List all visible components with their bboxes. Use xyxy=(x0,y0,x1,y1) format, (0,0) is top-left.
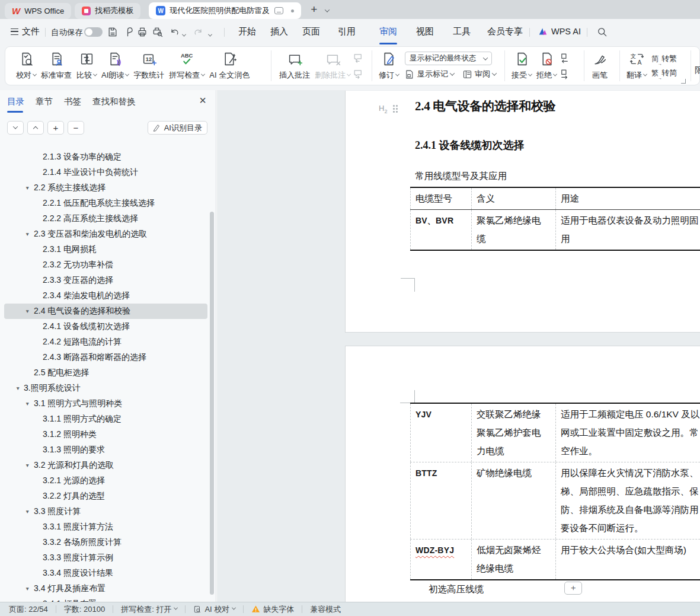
status-page[interactable]: 页面: 22/54 xyxy=(9,604,48,615)
save-icon[interactable] xyxy=(107,26,119,38)
spell-check-button[interactable]: ABC 拼写检查 xyxy=(167,51,207,81)
accept-button[interactable]: 接受 xyxy=(509,51,534,81)
collapse-triangle-icon[interactable]: ▼ xyxy=(25,462,30,468)
toc-item[interactable]: ▼3.1 照明方式与照明种类 xyxy=(0,396,207,411)
status-spellcheck[interactable]: 拼写检查: 打开 xyxy=(121,604,177,615)
menu-file[interactable]: 文件 xyxy=(22,26,40,37)
outline-expand-button[interactable]: + xyxy=(47,121,64,135)
translate-button[interactable]: 文A 翻译 xyxy=(624,51,649,81)
toc-item[interactable]: ▼2.4 电气设备的选择和校验 xyxy=(0,304,207,319)
toc-item[interactable]: 3.2.2 灯具的选型 xyxy=(0,489,207,504)
traditional-to-simplified-button[interactable]: 繁 转简 xyxy=(651,67,677,79)
toc-item[interactable]: 3.1.1 照明方式的确定 xyxy=(0,411,207,427)
undo-chevron-icon[interactable] xyxy=(183,30,186,39)
toc-item[interactable]: 3.1.2 照明种类 xyxy=(0,427,207,442)
document-page-1[interactable]: H2 2.4 电气设备的选择和校验 2.4.1 设备线缆初次选择 常用线缆型号及… xyxy=(345,91,700,333)
redo-history-chevron-icon[interactable] xyxy=(209,30,212,39)
brush-button[interactable]: 画笔 xyxy=(590,51,610,81)
menu-插入[interactable]: 插入 xyxy=(270,26,288,37)
toc-item[interactable]: ▼3.4 灯具及插座布置 xyxy=(0,581,207,596)
status-words[interactable]: 字数: 20100 xyxy=(64,604,105,615)
toc-item[interactable]: ▼2.3 变压器和柴油发电机的选取 xyxy=(0,226,207,242)
proofread-button[interactable]: 校对 xyxy=(14,51,39,81)
tab-docer-templates[interactable]: 找稻壳模板 xyxy=(75,3,140,19)
toc-item[interactable]: 2.4.2 短路电流的计算 xyxy=(0,334,207,350)
toc-item[interactable]: 2.3.1 电网损耗 xyxy=(0,242,207,257)
sidebar-scrollbar[interactable] xyxy=(210,212,214,595)
markup-state-dropdown[interactable]: 显示标记的最终状态 xyxy=(405,52,492,65)
search-icon[interactable] xyxy=(596,26,608,38)
collapse-triangle-icon[interactable]: ▼ xyxy=(15,385,20,391)
toc-item[interactable]: 3.3.4 照度设计结果 xyxy=(0,566,207,581)
toc-item[interactable]: 2.5 配电柜选择 xyxy=(0,365,207,381)
standard-review-button[interactable]: 标准审查 xyxy=(39,51,74,81)
toc-item[interactable]: 3.3.3 照度计算示例 xyxy=(0,550,207,566)
reject-button[interactable]: 拒绝 xyxy=(534,51,559,81)
toc-item[interactable]: 2.2.2 高压系统主接线选择 xyxy=(0,211,207,226)
toc-item[interactable]: 2.1.3 设备功率的确定 xyxy=(0,149,207,165)
collapse-triangle-icon[interactable]: ▼ xyxy=(25,231,30,237)
collapse-triangle-icon[interactable]: ▼ xyxy=(25,308,30,314)
sidebar-tab-contents[interactable]: 目录 xyxy=(7,96,24,107)
collapse-triangle-icon[interactable]: ▼ xyxy=(25,401,30,407)
toc-item[interactable]: 2.1.4 毕业设计中负荷统计 xyxy=(0,165,207,180)
show-markup-button[interactable]: 显示标记 xyxy=(405,69,454,79)
insert-row-button[interactable]: ＋ xyxy=(564,582,582,595)
outline-collapse-button[interactable]: − xyxy=(68,121,84,135)
toc-item[interactable]: 2.3.4 柴油发电机的选择 xyxy=(0,288,207,304)
toc-item[interactable]: 2.4.3 断路器和熔断器的选择 xyxy=(0,350,207,365)
menu-会员专享[interactable]: 会员专享 xyxy=(487,26,523,37)
outline-next-button[interactable] xyxy=(7,121,24,135)
collapse-triangle-icon[interactable]: ▼ xyxy=(25,509,30,515)
previous-change-icon[interactable] xyxy=(559,52,570,63)
next-change-icon[interactable] xyxy=(559,68,570,79)
restrict-edit-button[interactable]: 限 xyxy=(695,65,700,76)
hamburger-icon[interactable] xyxy=(11,28,18,35)
menu-开始[interactable]: 开始 xyxy=(238,26,256,37)
menu-引用[interactable]: 引用 xyxy=(338,26,356,37)
new-tab-button[interactable]: + xyxy=(311,3,317,16)
toc-item[interactable]: ▼3.2 光源和灯具的选取 xyxy=(0,458,207,473)
status-missing-font[interactable]: 缺失字体 xyxy=(251,604,294,615)
toc-item[interactable]: 2.4.1 设备线缆初次选择 xyxy=(0,319,207,334)
document-page-2[interactable]: YJV交联聚乙烯绝缘聚氯乙烯护套电力电缆适用于工频额定电压 0.6/1KV 及以… xyxy=(345,346,700,602)
toc-item[interactable]: 3.1.3 照明的要求 xyxy=(0,442,207,458)
sidebar-close-icon[interactable]: × xyxy=(199,94,206,107)
autosave-toggle[interactable] xyxy=(84,27,103,37)
toc-item[interactable]: 2.2.1 低压配电系统主接线选择 xyxy=(0,196,207,211)
status-ai-proof[interactable]: AI 校对 xyxy=(193,604,235,615)
undo-icon[interactable] xyxy=(169,26,181,38)
drag-handle-icon[interactable] xyxy=(393,105,395,107)
ai-outline-button[interactable]: AI识别目录 xyxy=(148,121,207,135)
tab-wps-office[interactable]: W WPS Office xyxy=(5,3,71,19)
toc-item[interactable]: ▼3.照明系统设计 xyxy=(0,381,207,396)
redo-icon[interactable] xyxy=(192,26,204,38)
tab-document[interactable]: W 现代化医院照明供配电防雷及 xyxy=(149,2,301,19)
outline-prev-button[interactable] xyxy=(27,121,44,135)
word-count-button[interactable]: 12 字数统计 xyxy=(131,51,167,81)
print-preview-icon[interactable] xyxy=(152,26,164,38)
next-comment-icon[interactable] xyxy=(353,68,364,79)
menu-页面[interactable]: 页面 xyxy=(302,26,320,37)
toc-item[interactable]: 2.3.3 变压器的选择 xyxy=(0,273,207,288)
sidebar-tab-find-replace[interactable]: 查找和替换 xyxy=(92,96,136,107)
previous-comment-icon[interactable] xyxy=(353,52,364,63)
group-expand-icon[interactable] xyxy=(681,79,686,84)
sidebar-tab-bookmarks[interactable]: 书签 xyxy=(64,96,81,107)
menu-工具[interactable]: 工具 xyxy=(453,26,471,37)
ai-read-button[interactable]: AI朗读 xyxy=(99,51,131,81)
ai-polish-button[interactable]: AI 全文润色 xyxy=(207,51,252,81)
menu-视图[interactable]: 视图 xyxy=(416,26,434,37)
sidebar-tab-chapters[interactable]: 章节 xyxy=(36,96,53,107)
toc-item[interactable]: 3.3.2 各场所照度计算 xyxy=(0,535,207,550)
print-icon[interactable] xyxy=(136,26,148,38)
toc-item[interactable]: 2.3.2 无功功率补偿 xyxy=(0,257,207,273)
tab-list-chevron-icon[interactable] xyxy=(325,4,329,15)
save-as-icon[interactable] xyxy=(123,26,135,38)
insert-comment-button[interactable]: 插入批注 xyxy=(277,51,312,81)
toc-item[interactable]: ▼2.2 系统主接线选择 xyxy=(0,180,207,196)
menu-wps-ai[interactable]: WPS AI xyxy=(538,27,581,36)
menu-审阅[interactable]: 审阅 xyxy=(379,26,397,37)
review-pane-button[interactable]: 审阅 xyxy=(462,69,496,79)
toc-item[interactable]: ▼3.3 照度计算 xyxy=(0,504,207,519)
